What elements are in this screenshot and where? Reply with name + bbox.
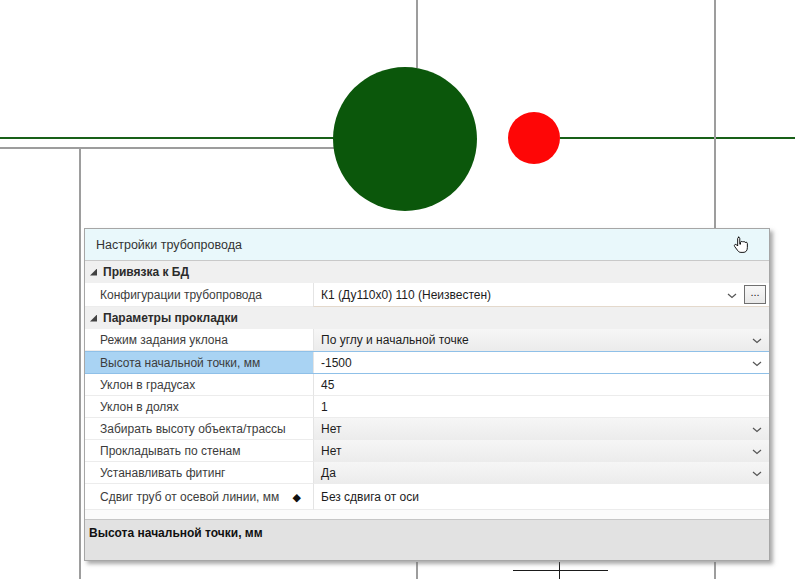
collapse-triangle-icon[interactable] <box>90 315 97 322</box>
pipe-configuration-combobox[interactable]: К1 (Ду110х0) 110 (Неизвестен) ... <box>313 283 769 307</box>
start-height-input[interactable]: -1500 <box>313 352 769 373</box>
property-label: Уклон в долях <box>85 396 313 418</box>
property-label-selected: Высота начальной точки, мм <box>85 352 313 373</box>
property-label: Сдвиг труб от осевой линии, мм ◆ <box>85 484 313 510</box>
property-label: Режим задания уклона <box>85 329 313 351</box>
pipe-axis-line-right[interactable] <box>560 137 795 139</box>
chevron-down-icon[interactable] <box>752 356 762 370</box>
property-label: Прокладывать по стенам <box>85 440 313 462</box>
property-row-pipe-offset[interactable]: Сдвиг труб от осевой линии, мм ◆ Без сдв… <box>85 484 769 510</box>
input-value: 1 <box>321 400 328 414</box>
property-row-pipe-configuration[interactable]: Конфигурации трубопровода К1 (Ду110х0) 1… <box>85 283 769 307</box>
chevron-down-icon[interactable] <box>752 333 762 347</box>
input-value: 45 <box>321 378 334 392</box>
property-row-slope-degrees[interactable]: Уклон в градусах 45 <box>85 374 769 396</box>
collapse-triangle-icon[interactable] <box>90 269 97 276</box>
footer-property-name: Высота начальной точки, мм <box>89 526 263 540</box>
property-row-route-along-walls[interactable]: Прокладывать по стенам Нет <box>85 440 769 462</box>
drawing-canvas[interactable]: Настройки трубопровода Привязка к БД Кон… <box>0 0 795 579</box>
take-object-height-combobox[interactable]: Нет <box>313 418 769 440</box>
route-along-walls-combobox[interactable]: Нет <box>313 440 769 462</box>
group-label: Параметры прокладки <box>103 311 238 325</box>
pipe-offset-value[interactable]: Без сдвига от оси <box>313 484 769 510</box>
combobox-value: К1 (Ду110х0) 110 (Неизвестен) <box>321 288 491 302</box>
panel-title: Настройки трубопровода <box>96 238 242 252</box>
group-label: Привязка к БД <box>103 265 189 279</box>
diamond-icon[interactable]: ◆ <box>293 490 301 503</box>
combobox-value: Нет <box>321 422 341 436</box>
property-row-slope-mode[interactable]: Режим задания уклона По углу и начальной… <box>85 329 769 351</box>
property-description-footer: Высота начальной точки, мм <box>85 519 769 560</box>
wall-line-vertical-right-bottom[interactable] <box>714 562 716 579</box>
wall-line-horizontal[interactable] <box>0 147 336 149</box>
chevron-down-icon[interactable] <box>752 444 762 458</box>
browse-ellipsis-button[interactable]: ... <box>744 285 766 304</box>
panel-titlebar: Настройки трубопровода <box>85 229 769 261</box>
property-row-take-object-height[interactable]: Забирать высоту объекта/трассы Нет <box>85 418 769 440</box>
property-row-start-height[interactable]: Высота начальной точки, мм -1500 <box>85 351 769 374</box>
pipe-axis-line-left[interactable] <box>0 137 334 139</box>
slope-degrees-input[interactable]: 45 <box>313 374 769 396</box>
wall-line-vertical-mid-bottom[interactable] <box>416 562 418 579</box>
property-label: Конфигурации трубопровода <box>85 283 313 307</box>
property-label: Уклон в градусах <box>85 374 313 396</box>
property-label: Забирать высоту объекта/трассы <box>85 418 313 440</box>
property-row-install-fitting[interactable]: Устанавливать фитинг Да <box>85 462 769 484</box>
pipe-node-circle-large[interactable] <box>333 67 477 211</box>
property-row-slope-fraction[interactable]: Уклон в долях 1 <box>85 396 769 418</box>
crosshair-cursor-horizontal <box>513 570 608 571</box>
slope-mode-combobox[interactable]: По углу и начальной точке <box>313 329 769 351</box>
slope-fraction-input[interactable]: 1 <box>313 396 769 418</box>
combobox-value: Да <box>321 466 336 480</box>
wall-line-vertical-mid-top[interactable] <box>416 0 418 68</box>
property-label: Устанавливать фитинг <box>85 462 313 484</box>
install-fitting-combobox[interactable]: Да <box>313 462 769 484</box>
panel-spacer <box>85 510 769 519</box>
input-value: Без сдвига от оси <box>321 490 419 504</box>
combobox-value: Нет <box>321 444 341 458</box>
chevron-down-icon[interactable] <box>752 466 762 480</box>
chevron-down-icon[interactable] <box>752 422 762 436</box>
group-header-layout-params[interactable]: Параметры прокладки <box>85 307 769 329</box>
input-value: -1500 <box>321 356 352 370</box>
wall-line-vertical-right-top[interactable] <box>714 0 716 228</box>
combobox-value: По углу и начальной точке <box>321 333 469 347</box>
chevron-down-icon[interactable] <box>727 288 737 302</box>
group-header-db-binding[interactable]: Привязка к БД <box>85 261 769 283</box>
hand-cursor-icon <box>732 235 749 260</box>
wall-line-vertical-left[interactable] <box>79 147 81 579</box>
pipeline-settings-panel[interactable]: Настройки трубопровода Привязка к БД Кон… <box>84 228 770 561</box>
pipe-node-circle-small[interactable] <box>508 112 560 164</box>
